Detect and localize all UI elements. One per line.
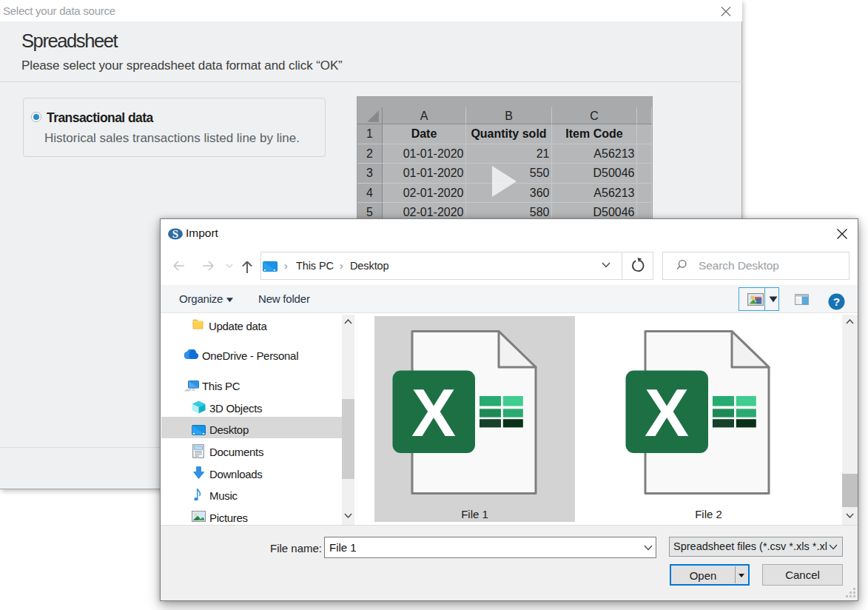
svg-text:S: S [172,228,178,240]
svg-text:?: ? [833,295,840,308]
